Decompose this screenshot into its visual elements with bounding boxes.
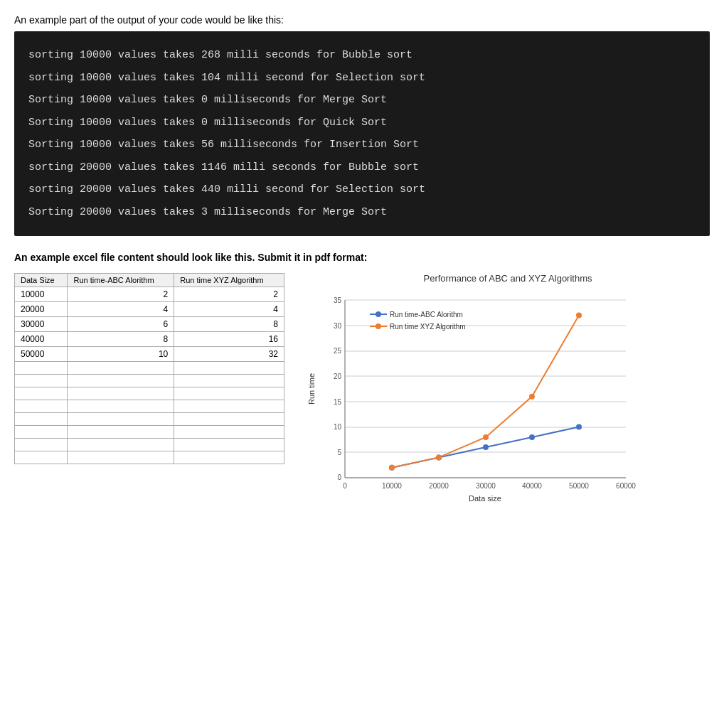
cell-datasize: 10000 bbox=[15, 287, 68, 302]
svg-point-34 bbox=[483, 434, 489, 440]
cell-abc: 2 bbox=[68, 287, 174, 302]
svg-point-38 bbox=[376, 311, 381, 317]
excel-table: Data Size Run time-ABC Alorithm Run time… bbox=[14, 273, 284, 464]
chart-container: Performance of ABC and XYZ Algorithms bbox=[306, 273, 710, 517]
terminal-line: Sorting 10000 values takes 0 millisecond… bbox=[28, 89, 696, 112]
intro-text: An example part of the output of your co… bbox=[14, 14, 710, 26]
terminal-line: sorting 10000 values takes 104 milli sec… bbox=[28, 67, 696, 90]
col-header-abc: Run time-ABC Alorithm bbox=[68, 274, 174, 287]
cell-abc: 8 bbox=[68, 332, 174, 347]
terminal-output: sorting 10000 values takes 268 milli sec… bbox=[14, 31, 710, 236]
cell-xyz: 2 bbox=[174, 287, 284, 302]
table-row: 30000 6 8 bbox=[15, 317, 284, 332]
terminal-line: sorting 20000 values takes 1146 milli se… bbox=[28, 156, 696, 179]
svg-text:Run time XYZ Algorithm: Run time XYZ Algorithm bbox=[390, 323, 466, 331]
table-row: 50000 10 32 bbox=[15, 347, 284, 362]
svg-point-32 bbox=[389, 465, 395, 471]
terminal-line: Sorting 20000 values takes 3 millisecond… bbox=[28, 201, 696, 224]
svg-point-31 bbox=[576, 424, 582, 430]
svg-text:10000: 10000 bbox=[382, 482, 402, 490]
cell-xyz: 16 bbox=[174, 332, 284, 347]
table-row-empty bbox=[15, 413, 284, 426]
terminal-line: sorting 20000 values takes 440 milli sec… bbox=[28, 178, 696, 201]
chart-svg: 0 5 10 15 20 25 30 35 0 10000 20000 3000… bbox=[306, 289, 640, 517]
svg-text:50000: 50000 bbox=[569, 482, 589, 490]
svg-point-35 bbox=[529, 394, 535, 400]
table-row-empty bbox=[15, 400, 284, 413]
cell-datasize: 30000 bbox=[15, 317, 68, 332]
cell-datasize: 20000 bbox=[15, 302, 68, 317]
table-row-empty bbox=[15, 451, 284, 464]
svg-text:30: 30 bbox=[334, 322, 342, 330]
svg-text:10: 10 bbox=[334, 423, 342, 431]
table-container: Data Size Run time-ABC Alorithm Run time… bbox=[14, 273, 284, 464]
chart-area: 0 5 10 15 20 25 30 35 0 10000 20000 3000… bbox=[306, 289, 640, 517]
svg-text:30000: 30000 bbox=[476, 482, 496, 490]
svg-text:60000: 60000 bbox=[616, 482, 636, 490]
cell-abc: 6 bbox=[68, 317, 174, 332]
chart-title: Performance of ABC and XYZ Algorithms bbox=[306, 273, 710, 284]
svg-point-30 bbox=[529, 434, 535, 440]
content-area: Data Size Run time-ABC Alorithm Run time… bbox=[14, 273, 710, 517]
table-row: 20000 4 4 bbox=[15, 302, 284, 317]
svg-text:0: 0 bbox=[337, 473, 341, 481]
svg-text:40000: 40000 bbox=[522, 482, 542, 490]
cell-xyz: 32 bbox=[174, 347, 284, 362]
col-header-datasize: Data Size bbox=[15, 274, 68, 287]
cell-xyz: 4 bbox=[174, 302, 284, 317]
cell-datasize: 50000 bbox=[15, 347, 68, 362]
cell-datasize: 40000 bbox=[15, 332, 68, 347]
table-row: 40000 8 16 bbox=[15, 332, 284, 347]
table-row-empty bbox=[15, 439, 284, 451]
svg-text:Data size: Data size bbox=[469, 494, 501, 503]
table-row: 10000 2 2 bbox=[15, 287, 284, 302]
cell-abc: 10 bbox=[68, 347, 174, 362]
svg-text:Run time-ABC Alorithm: Run time-ABC Alorithm bbox=[390, 311, 463, 318]
svg-point-29 bbox=[483, 444, 489, 450]
svg-text:5: 5 bbox=[337, 449, 341, 456]
svg-point-36 bbox=[576, 313, 582, 318]
table-row-empty bbox=[15, 426, 284, 439]
terminal-line: Sorting 10000 values takes 56 millisecon… bbox=[28, 134, 696, 156]
svg-text:35: 35 bbox=[334, 296, 342, 304]
svg-text:Run time: Run time bbox=[307, 373, 316, 405]
cell-xyz: 8 bbox=[174, 317, 284, 332]
table-row-empty bbox=[15, 387, 284, 400]
svg-point-33 bbox=[436, 454, 442, 460]
section-title: An example excel file content should loo… bbox=[14, 252, 710, 263]
table-row-empty bbox=[15, 375, 284, 387]
svg-text:15: 15 bbox=[334, 398, 342, 406]
svg-point-41 bbox=[376, 323, 381, 329]
svg-text:20000: 20000 bbox=[429, 482, 449, 490]
svg-text:0: 0 bbox=[343, 482, 347, 490]
svg-text:20: 20 bbox=[334, 373, 342, 380]
terminal-line: Sorting 10000 values takes 0 millisecond… bbox=[28, 112, 696, 134]
terminal-line: sorting 10000 values takes 268 milli sec… bbox=[28, 44, 696, 67]
cell-abc: 4 bbox=[68, 302, 174, 317]
svg-text:25: 25 bbox=[334, 347, 342, 355]
table-row-empty bbox=[15, 362, 284, 375]
col-header-xyz: Run time XYZ Algorithm bbox=[174, 274, 284, 287]
